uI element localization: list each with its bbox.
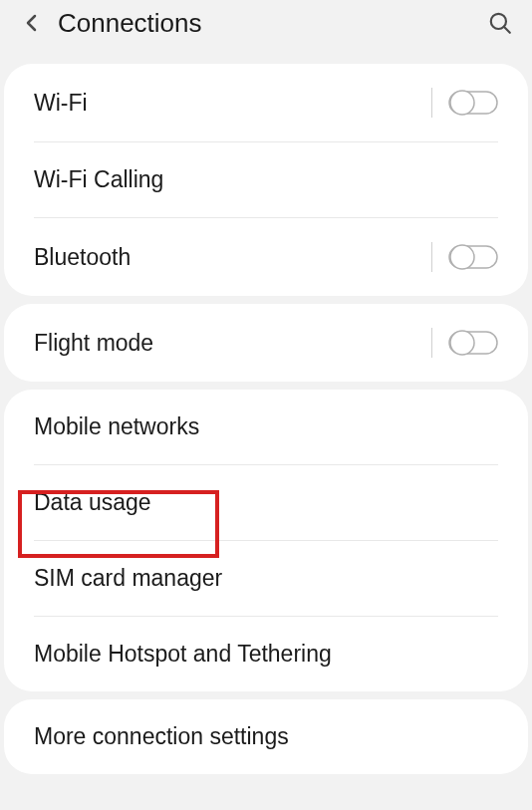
page-title: Connections — [58, 8, 486, 39]
wifi-toggle[interactable] — [448, 89, 498, 117]
switch-divider — [431, 88, 432, 118]
svg-point-3 — [450, 91, 474, 115]
bluetooth-label: Bluetooth — [34, 244, 431, 271]
bluetooth-row[interactable]: Bluetooth — [4, 218, 528, 296]
mobile-networks-row[interactable]: Mobile networks — [4, 390, 528, 464]
switch-divider — [431, 242, 432, 272]
settings-group-4: More connection settings — [4, 699, 528, 774]
settings-group-1: Wi-Fi Wi-Fi Calling Bluetooth — [4, 64, 528, 296]
wifi-row[interactable]: Wi-Fi — [4, 64, 528, 141]
mobile-hotspot-row[interactable]: Mobile Hotspot and Tethering — [4, 617, 528, 691]
wifi-calling-label: Wi-Fi Calling — [34, 166, 498, 193]
flight-mode-switch-container — [431, 328, 498, 358]
wifi-label: Wi-Fi — [34, 90, 431, 117]
wifi-switch-container — [431, 88, 498, 118]
data-usage-row[interactable]: Data usage — [4, 465, 528, 540]
more-connection-settings-label: More connection settings — [34, 723, 498, 750]
sim-card-manager-label: SIM card manager — [34, 565, 498, 592]
settings-group-3: Mobile networks Data usage SIM card mana… — [4, 390, 528, 691]
svg-line-1 — [504, 27, 510, 33]
switch-divider — [431, 328, 432, 358]
flight-mode-label: Flight mode — [34, 330, 431, 357]
flight-mode-row[interactable]: Flight mode — [4, 304, 528, 382]
more-connection-settings-row[interactable]: More connection settings — [4, 699, 528, 774]
svg-point-7 — [450, 331, 474, 355]
bluetooth-toggle[interactable] — [448, 243, 498, 271]
svg-point-5 — [450, 245, 474, 269]
search-icon[interactable] — [486, 9, 514, 37]
wifi-calling-row[interactable]: Wi-Fi Calling — [4, 142, 528, 217]
flight-mode-toggle[interactable] — [448, 329, 498, 357]
sim-card-manager-row[interactable]: SIM card manager — [4, 541, 528, 616]
header: Connections — [0, 0, 532, 56]
data-usage-label: Data usage — [34, 489, 498, 516]
settings-group-2: Flight mode — [4, 304, 528, 382]
bluetooth-switch-container — [431, 242, 498, 272]
back-icon[interactable] — [18, 9, 46, 37]
mobile-hotspot-label: Mobile Hotspot and Tethering — [34, 641, 498, 668]
mobile-networks-label: Mobile networks — [34, 413, 498, 440]
